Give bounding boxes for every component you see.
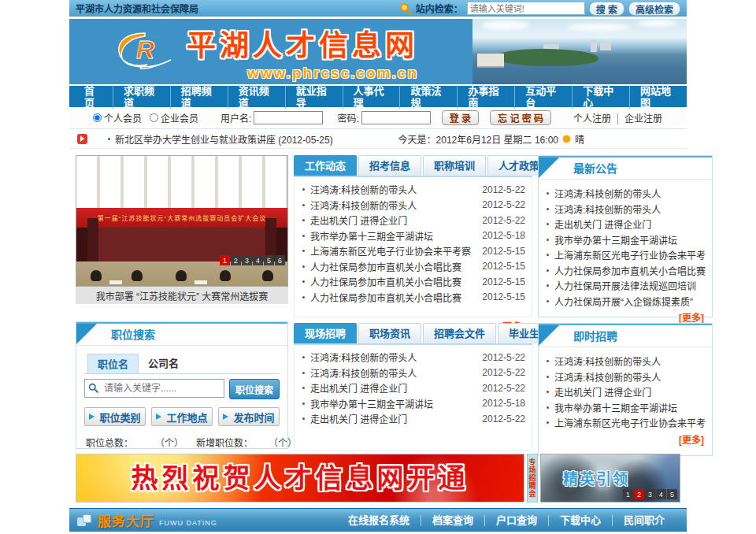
company-register-link[interactable]: 企业注册 (617, 113, 662, 124)
keyword-input[interactable] (84, 379, 224, 398)
password-field[interactable] (361, 111, 431, 124)
site-search-button[interactable]: 搜 索 (589, 2, 624, 16)
service-link[interactable]: 户口查询 (484, 515, 548, 526)
personal-member-radio-input[interactable] (93, 113, 102, 122)
site-search-input[interactable] (467, 2, 585, 15)
news-item[interactable]: 人力社保局参加市直机关小合唱比赛 (545, 263, 706, 279)
login-button[interactable]: 登 录 (442, 110, 479, 125)
company-member-radio-input[interactable] (150, 113, 158, 122)
job-search-tab[interactable]: 职位名 (87, 354, 139, 373)
news-item[interactable]: 人力社保局参加市直机关小合唱比赛 2012-5-15 (301, 290, 525, 306)
advanced-search-button[interactable]: 高级检索 (628, 2, 680, 16)
news-item[interactable]: 汪鸿涛:科技创新的带头人 (545, 354, 706, 369)
personal-member-radio[interactable]: 个人会员 (93, 111, 142, 124)
service-link[interactable]: 民间职介 (612, 515, 676, 526)
page-number[interactable]: 5 (264, 255, 274, 265)
page-number[interactable]: 2 (231, 255, 241, 265)
news-item[interactable]: 上海浦东新区光电子行业协会来平考 (545, 415, 706, 431)
person-shape (220, 270, 231, 281)
news-item[interactable]: 走出机关门 进得企业门 2012-5-22 (301, 411, 525, 427)
stat-value: （个） (269, 436, 297, 449)
news-item[interactable]: 汪鸿涛:科技创新的带头人 (545, 186, 706, 202)
page-number[interactable]: 4 (656, 489, 666, 499)
page-number[interactable]: 3 (645, 489, 655, 499)
news-item[interactable]: 上海浦东新区光电子行业协会来平考 (545, 247, 706, 263)
instant-jobs-title: 即时招聘 (573, 325, 617, 347)
celebration-banner[interactable]: 热烈祝贺人才信息网开通 (76, 454, 524, 502)
tab[interactable]: 职场资讯 (358, 323, 421, 343)
news-item[interactable]: 人力社保局开展法律法规巡回培训 (545, 278, 706, 294)
service-link[interactable]: 下载中心 (548, 515, 612, 526)
bullet (547, 269, 549, 272)
news-item[interactable]: 我市举办第十三期金平湖讲坛 (545, 232, 706, 248)
search-icon (88, 383, 98, 393)
tab[interactable]: 职称培训 (423, 155, 486, 176)
corner-ribbon-icon (76, 324, 97, 344)
news-item[interactable]: 汪鸿涛:科技创新的带头人 2012-5-22 (301, 365, 525, 381)
news-item[interactable]: 走出机关门 进得企业门 (545, 217, 706, 232)
news-item[interactable]: 汪鸿涛:科技创新的带头人 (545, 369, 706, 385)
tab[interactable]: 工作动态 (294, 155, 357, 176)
news-photo[interactable]: 第一届“江苏技能状元”大赛常州选拔赛动员会扩大会议 123456 (76, 155, 288, 287)
filter-button[interactable]: 职位类别 (84, 407, 146, 426)
page-number[interactable]: 3 (242, 255, 252, 265)
news-item[interactable]: 走出机关门 进得企业门 2012-5-22 (301, 380, 525, 396)
job-search-tab[interactable]: 公司名 (139, 354, 188, 373)
cloud-shape (482, 20, 529, 30)
service-link[interactable]: 在线报名系统 (337, 515, 421, 526)
nav-item[interactable]: 人事代理 (343, 85, 400, 109)
nav-item[interactable]: 资讯频道 (228, 85, 285, 109)
news-item[interactable]: 人力社保局开展“入企锻炼提素质” (545, 294, 706, 310)
more-link[interactable]: [更多] (539, 431, 712, 449)
page-number[interactable]: 5 (667, 489, 677, 499)
ticker-news-link[interactable]: 新北区举办大学生创业与就业政策讲座 (2012-05-25) (115, 132, 333, 146)
tab[interactable]: 现场招聘 (294, 323, 357, 343)
news-item[interactable]: 汪鸿涛:科技创新的带头人 2012-5-22 (301, 198, 525, 213)
forgot-password-button[interactable]: 忘 记 密 码 (490, 110, 551, 125)
page-number[interactable]: 6 (275, 255, 285, 265)
page-number[interactable]: 1 (220, 255, 230, 265)
bullet (302, 387, 305, 389)
main-content: 第一届“江苏技能状元”大赛常州选拔赛动员会扩大会议 123456 (69, 149, 687, 450)
tab[interactable]: 招考信息 (358, 155, 421, 176)
news-item[interactable]: 汪鸿涛:科技创新的带头人 (545, 202, 706, 217)
news-item[interactable]: 我市举办第十三期金平湖讲坛 (545, 400, 706, 416)
bullet (302, 280, 305, 283)
elite-photo-banner[interactable]: 精英引领 12345 (540, 454, 680, 502)
nav-item[interactable]: 就业指导 (285, 85, 343, 109)
news-item[interactable]: 我市举办第十三期金平湖讲坛 2012-5-18 (301, 396, 525, 412)
nav-item[interactable]: 办事指南 (457, 85, 514, 109)
company-member-radio[interactable]: 企业会员 (150, 111, 198, 124)
keyword-input-wrap (84, 379, 224, 399)
filter-button[interactable]: 工作地点 (151, 407, 213, 426)
username-field[interactable] (254, 111, 323, 124)
nav-item[interactable]: 首页 (74, 85, 113, 109)
nav-item[interactable]: 政策法规 (399, 85, 457, 109)
site-logo-icon: R (113, 28, 177, 76)
nav-item[interactable]: 招聘频道 (170, 85, 228, 109)
nav-item[interactable]: 网站地图 (629, 85, 687, 109)
tab[interactable]: 招聘会文件 (423, 323, 496, 343)
news-item[interactable]: 汪鸿涛:科技创新的带头人 2012-5-22 (301, 350, 525, 365)
announcements-panel: 最新公告 汪鸿涛:科技创新的带头人 汪鸿涛:科技创新的带头人 (538, 155, 713, 317)
news-item[interactable]: 走出机关门 进得企业门 (545, 384, 706, 400)
bullet (547, 421, 549, 424)
nav-item[interactable]: 下载中心 (572, 85, 629, 109)
nav-item[interactable]: 互动平台 (514, 85, 572, 109)
page-number[interactable]: 4 (253, 255, 263, 265)
vertical-strip-banner[interactable]: 专场招聘会 (527, 454, 538, 502)
job-search-button[interactable]: 职位搜索 (229, 379, 280, 399)
news-item[interactable]: 人力社保局参加市直机关小合唱比赛 2012-5-15 (301, 274, 525, 290)
news-item[interactable]: 汪鸿涛:科技创新的带头人 2012-5-22 (301, 182, 525, 198)
news-item[interactable]: 上海浦东新区光电子行业协会来平考察 2012-5-15 (301, 243, 525, 259)
page-number[interactable]: 2 (634, 489, 644, 499)
news-item[interactable]: 我市举办第十三期金平湖讲坛 2012-5-18 (301, 228, 525, 244)
arrow-right-icon (156, 413, 161, 420)
page-number[interactable]: 1 (623, 489, 633, 499)
filter-button[interactable]: 发布时间 (218, 407, 280, 426)
news-item[interactable]: 人力社保局参加市直机关小合唱比赛 2012-5-15 (301, 259, 525, 275)
news-item[interactable]: 走出机关门 进得企业门 2012-5-22 (301, 213, 525, 228)
service-link[interactable]: 档案查询 (421, 515, 484, 526)
personal-register-link[interactable]: 个人注册 (573, 113, 611, 124)
nav-item[interactable]: 求职频道 (113, 85, 170, 109)
